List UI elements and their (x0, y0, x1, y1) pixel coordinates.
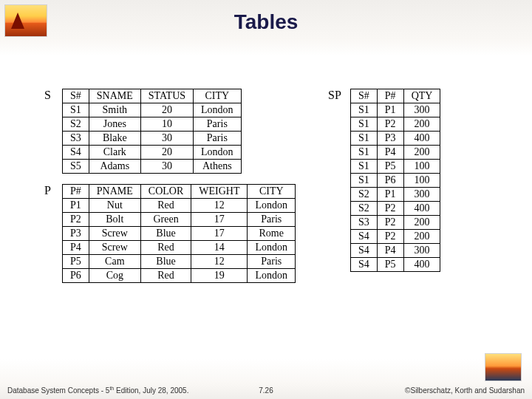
table-cell: S1 (351, 160, 378, 174)
table-cell: 20 (140, 146, 193, 160)
table-cell: S4 (63, 146, 89, 160)
table-cell: 14 (191, 241, 248, 255)
table-cell: P5 (63, 255, 89, 269)
table-p-header: P# (63, 185, 89, 199)
table-cell: 200 (403, 117, 440, 132)
table-cell: P3 (63, 227, 89, 241)
table-cell: S1 (351, 174, 378, 188)
table-cell: Paris (194, 117, 242, 132)
footer-left-prefix: Database System Concepts - 5 (7, 386, 109, 395)
table-cell: S1 (351, 146, 378, 160)
table-sp-header: P# (377, 89, 403, 103)
table-cell: S2 (351, 188, 378, 202)
logo-bottom-right-icon (485, 353, 522, 381)
slide-footer: Database System Concepts - 5th Edition, … (7, 386, 525, 395)
table-s: S# SNAME STATUS CITY S1Smith20London S2J… (62, 89, 242, 174)
table-cell: S2 (351, 202, 378, 216)
table-s-header: SNAME (89, 89, 140, 103)
table-cell: 100 (403, 160, 440, 174)
table-p-header: WEIGHT (191, 185, 248, 199)
table-cell: 20 (140, 103, 193, 117)
slide-title: Tables (0, 10, 532, 34)
table-cell: P5 (377, 160, 403, 174)
table-cell: 200 (403, 216, 440, 230)
table-cell: Paris (194, 132, 242, 146)
table-sp-header: S# (351, 89, 378, 103)
table-cell: Rome (248, 227, 296, 241)
footer-right: ©Silberschatz, Korth and Sudarshan (405, 386, 525, 395)
table-cell: 400 (403, 202, 440, 216)
table-cell: P1 (63, 199, 89, 213)
table-cell: S3 (63, 132, 89, 146)
table-cell: S4 (351, 230, 378, 244)
table-cell: Cam (89, 255, 140, 269)
table-cell: S1 (63, 103, 89, 117)
table-cell: 300 (403, 103, 440, 117)
table-cell: 17 (191, 213, 248, 227)
tables-area: S S# SNAME STATUS CITY S1Smith20London S… (44, 89, 510, 283)
table-cell: London (194, 146, 242, 160)
table-cell: S5 (63, 160, 89, 174)
table-cell: P4 (377, 146, 403, 160)
table-cell: 12 (191, 199, 248, 213)
table-cell: S4 (351, 244, 378, 258)
table-cell: P2 (377, 117, 403, 132)
table-sp-label: SP (328, 89, 346, 102)
table-cell: Adams (89, 160, 140, 174)
table-s-header: STATUS (140, 89, 193, 103)
slide: Tables S S# SNAME STATUS CITY S1Smith20L… (0, 0, 532, 399)
table-cell: P1 (377, 103, 403, 117)
table-cell: S3 (351, 216, 378, 230)
table-cell: Blake (89, 132, 140, 146)
table-cell: London (248, 241, 296, 255)
table-cell: S2 (63, 117, 89, 132)
table-cell: P6 (63, 269, 89, 283)
table-cell: Screw (89, 227, 140, 241)
table-s-label: S (44, 89, 58, 102)
table-cell: Blue (140, 227, 191, 241)
left-column: S S# SNAME STATUS CITY S1Smith20London S… (44, 89, 296, 283)
table-cell: Paris (248, 255, 296, 269)
table-cell: 200 (403, 146, 440, 160)
table-cell: P2 (63, 213, 89, 227)
table-cell: P6 (377, 174, 403, 188)
table-sp-wrap: SP S# P# QTY S1P1300 S1P2200 S1P3400 S1P… (328, 89, 440, 272)
table-cell: Smith (89, 103, 140, 117)
table-cell: S4 (351, 258, 378, 272)
table-cell: 17 (191, 227, 248, 241)
table-sp: S# P# QTY S1P1300 S1P2200 S1P3400 S1P420… (350, 89, 440, 272)
table-p-header: COLOR (140, 185, 191, 199)
table-cell: 30 (140, 160, 193, 174)
table-cell: London (194, 103, 242, 117)
table-cell: P2 (377, 230, 403, 244)
table-cell: Paris (248, 213, 296, 227)
table-s-header: S# (63, 89, 89, 103)
table-cell: Cog (89, 269, 140, 283)
table-cell: Clark (89, 146, 140, 160)
table-cell: P5 (377, 258, 403, 272)
table-p-wrap: P P# PNAME COLOR WEIGHT CITY P1NutRed12L… (44, 184, 296, 283)
table-cell: P3 (377, 132, 403, 146)
table-cell: 100 (403, 174, 440, 188)
footer-left: Database System Concepts - 5th Edition, … (7, 386, 188, 395)
table-sp-header: QTY (403, 89, 440, 103)
table-cell: 300 (403, 244, 440, 258)
footer-center: 7.26 (259, 386, 273, 395)
table-cell: 12 (191, 255, 248, 269)
table-cell: Jones (89, 117, 140, 132)
table-cell: 19 (191, 269, 248, 283)
table-cell: Screw (89, 241, 140, 255)
table-cell: S1 (351, 132, 378, 146)
table-cell: Blue (140, 255, 191, 269)
table-p-header: PNAME (89, 185, 140, 199)
table-cell: P1 (377, 188, 403, 202)
table-cell: S1 (351, 103, 378, 117)
table-cell: Bolt (89, 213, 140, 227)
table-cell: 300 (403, 188, 440, 202)
table-p-label: P (44, 184, 58, 197)
table-cell: S1 (351, 117, 378, 132)
table-cell: 400 (403, 258, 440, 272)
table-s-header: CITY (194, 89, 242, 103)
table-cell: Red (140, 199, 191, 213)
table-cell: Red (140, 241, 191, 255)
